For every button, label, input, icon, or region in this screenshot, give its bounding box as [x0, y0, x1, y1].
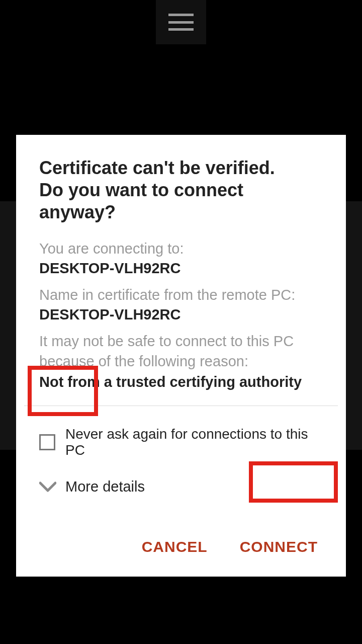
dialog-title-line1: Certificate can't be verified.	[39, 157, 275, 178]
top-bar	[0, 0, 362, 44]
dialog-title-line2: Do you want to connect anyway?	[39, 180, 243, 222]
connecting-to-value: DESKTOP-VLH92RC	[39, 259, 323, 278]
never-ask-row[interactable]: Never ask again for connections to this …	[39, 406, 323, 463]
cancel-button[interactable]: CANCEL	[140, 535, 210, 558]
dialog-button-row: CANCEL CONNECT	[39, 535, 323, 561]
never-ask-label: Never ask again for connections to this …	[65, 426, 323, 458]
certificate-warning-dialog: Certificate can't be verified. Do you wa…	[16, 135, 346, 577]
dialog-title: Certificate can't be verified. Do you wa…	[39, 157, 323, 223]
chevron-down-icon	[39, 481, 56, 493]
more-details-label: More details	[65, 478, 145, 495]
cert-name-label: Name in certificate from the remote PC:	[39, 285, 323, 305]
more-details-toggle[interactable]: More details	[39, 463, 323, 500]
reason-value: Not from a trusted certifying authority	[39, 372, 323, 391]
connect-button[interactable]: CONNECT	[238, 535, 320, 558]
cert-name-value: DESKTOP-VLH92RC	[39, 305, 323, 324]
menu-button[interactable]	[156, 0, 206, 44]
reason-label-line2: because of the following reason:	[39, 351, 323, 371]
connecting-to-label: You are connecting to:	[39, 238, 323, 259]
reason-label-line1: It may not be safe to connect to this PC	[39, 331, 323, 351]
never-ask-checkbox[interactable]	[39, 434, 55, 450]
hamburger-icon	[168, 14, 194, 31]
